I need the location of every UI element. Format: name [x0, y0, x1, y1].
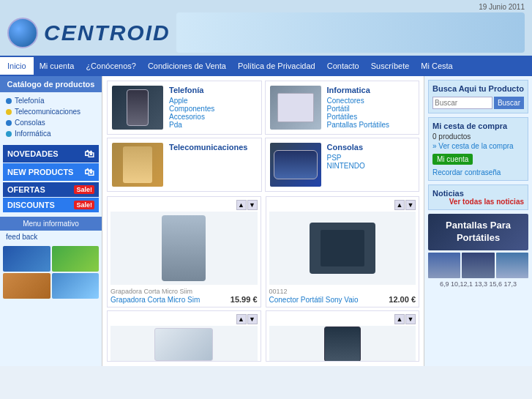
banner-img-2 [462, 253, 494, 278]
sidebar-img-2 [52, 246, 100, 272]
product-img-area-1 [110, 212, 258, 285]
cat-consolas[interactable]: Consolas [0, 117, 102, 128]
nav-conocenos[interactable]: ¿Conócenos? [80, 57, 142, 75]
search-row: Buscar [432, 97, 524, 109]
product-img-area-3 [110, 326, 258, 362]
header: 19 Junio 2011 CENTROID [0, 0, 532, 56]
product-img-area-2 [269, 212, 416, 285]
cat-dot-informatica [6, 131, 12, 137]
cat-dot-telecom [6, 109, 12, 115]
scroll-down-3[interactable]: ▼ [247, 314, 258, 324]
cat-cell-informatica: Informatica Conectores Portátil Portátil… [265, 81, 420, 135]
cat-link-conectores[interactable]: Conectores [327, 97, 390, 105]
cat-name-telefonia: Telefonía [169, 86, 214, 94]
cat-link-portatil[interactable]: Portátil [327, 105, 390, 113]
nav-bar: Inicio Mi cuenta ¿Conócenos? Condiciones… [0, 56, 532, 76]
nav-inicio[interactable]: Inicio [0, 57, 34, 75]
cart-box: Mi cesta de compra 0 productos » Ver ces… [428, 117, 528, 181]
forgot-password-link[interactable]: Recordar contraseña [432, 168, 524, 176]
header-date: 19 Junio 2011 [7, 3, 525, 11]
product-card-3: ▲ ▼ [107, 310, 261, 362]
product-img-2 [310, 223, 375, 274]
promo-novedades[interactable]: NOVEDADES 🛍 [3, 145, 99, 163]
main-content: Telefonía Apple Componentes Accesorios P… [102, 76, 424, 366]
category-list: Telefonía Telecomunicaciones Consolas In… [0, 92, 102, 142]
product-card-2: ▲ ▼ 00112 Conector Portátil Sony Vaio 12… [266, 196, 420, 307]
nav-mi-cesta[interactable]: Mi Cesta [415, 57, 458, 75]
cat-cell-consolas: Consolas PSP NINTENDO [265, 138, 420, 192]
cat-telecom[interactable]: Telecomunicaciones [0, 106, 102, 117]
scroll-up-2[interactable]: ▲ [394, 200, 405, 210]
cat-cell-telefonia: Telefonía Apple Componentes Accesorios P… [107, 81, 262, 135]
category-grid: Telefonía Apple Componentes Accesorios P… [107, 81, 419, 192]
cat-dot-telefonia [6, 98, 12, 104]
cat-link-psp[interactable]: PSP [327, 154, 365, 162]
logo-text: CENTROID [44, 20, 171, 45]
search-box: Busca Aqui tu Producto Buscar [428, 80, 528, 113]
cart-title: Mi cesta de compra [432, 122, 524, 130]
nav-politica[interactable]: Política de Privacidad [232, 57, 321, 75]
scroll-down-4[interactable]: ▼ [405, 314, 416, 324]
cat-informatica[interactable]: Informática [0, 128, 102, 139]
nav-mi-cuenta[interactable]: Mi cuenta [34, 57, 80, 75]
sale2-badge: Sale! [74, 201, 94, 209]
promo-banner: Pantallas Para Portátiles [428, 214, 528, 250]
bag-icon: 🛍 [84, 148, 94, 160]
cat-link-apple[interactable]: Apple [169, 97, 214, 105]
product-img-3 [154, 328, 213, 361]
cat-info-informatica: Informatica Conectores Portátil Portátil… [327, 86, 390, 129]
scroll-down-1[interactable]: ▼ [247, 200, 258, 210]
scroll-down-2[interactable]: ▼ [405, 200, 416, 210]
scroll-up-1[interactable]: ▲ [236, 200, 247, 210]
scroll-up-4[interactable]: ▲ [394, 314, 405, 324]
cat-info-consolas: Consolas PSP NINTENDO [327, 143, 365, 170]
nav-suscribete[interactable]: Suscríbete [365, 57, 416, 75]
banner-sub: 6,9 10,12,1 13,3 15,6 17,3 [428, 280, 528, 288]
sidebar-img-4 [52, 273, 100, 299]
cart-products: 0 productos [432, 133, 524, 141]
search-button[interactable]: Buscar [494, 97, 524, 109]
promo-ofertas[interactable]: OFERTAS Sale! [3, 182, 99, 197]
product-num-2: 00112 [269, 288, 416, 295]
product-link-2[interactable]: Conector Portátil Sony Vaio [269, 296, 359, 304]
cat-dot-consolas [6, 120, 12, 126]
cat-link-componentes[interactable]: Componentes [169, 105, 214, 113]
cat-link-pantallas[interactable]: Pantallas Portátiles [327, 121, 390, 129]
product-name-1: Grapadora Corta Micro Siim [110, 288, 258, 295]
news-all-link[interactable]: Ver todas las noticias [432, 198, 524, 206]
cat-link-nintendo[interactable]: NINTENDO [327, 162, 365, 170]
cat-link-accesorios[interactable]: Accesorios [169, 113, 214, 121]
catalog-title: Catálogo de productos [0, 76, 102, 92]
cat-cell-telecom: Telecomunicaciones [107, 138, 262, 192]
search-input[interactable] [432, 97, 492, 109]
promo-discounts[interactable]: DISCOUNTS Sale! [3, 198, 99, 212]
sale-badge: Sale! [74, 185, 94, 194]
main-layout: Catálogo de productos Telefonía Telecomu… [0, 76, 532, 366]
promo-new-products[interactable]: NEW PRODUCTS 🛍 [3, 163, 99, 181]
banner-img-3 [496, 253, 528, 278]
my-account-btn[interactable]: Mi cuenta [432, 154, 473, 165]
nav-contacto[interactable]: Contacto [321, 57, 365, 75]
promo-section: NOVEDADES 🛍 NEW PRODUCTS 🛍 OFERTAS Sale!… [3, 145, 99, 212]
product-row-2: ▲ ▼ ▲ ▼ [107, 310, 419, 362]
banner-text: Pantallas Para Portátiles [434, 220, 522, 245]
cat-telefonia[interactable]: Telefonía [0, 95, 102, 106]
product-img-1 [162, 215, 206, 281]
product-link-1[interactable]: Grapadora Corta Micro Sim [110, 296, 200, 304]
right-sidebar: Busca Aqui tu Producto Buscar Mi cesta d… [424, 76, 532, 366]
cart-view-link[interactable]: » Ver cesta de la compra [432, 142, 524, 150]
cat-name-informatica: Informatica [327, 86, 390, 94]
sidebar-img-3 [3, 273, 50, 299]
product-price-2: 12.00 € [389, 295, 416, 304]
news-box: Noticias Ver todas las noticias [428, 184, 528, 210]
cat-link-pda[interactable]: Pda [169, 121, 214, 129]
cat-link-portatiles[interactable]: Portátiles [327, 113, 390, 121]
cat-thumb-telefonia [112, 86, 163, 130]
product-card-4: ▲ ▼ [266, 310, 420, 362]
left-sidebar: Catálogo de productos Telefonía Telecomu… [0, 76, 102, 366]
feedback-link[interactable]: feed back [0, 231, 102, 243]
nav-condiciones[interactable]: Condiciones de Venta [142, 57, 232, 75]
banner-img-1 [428, 253, 460, 278]
scroll-up-3[interactable]: ▲ [236, 314, 247, 324]
product-price-1: 15.99 € [231, 295, 258, 304]
